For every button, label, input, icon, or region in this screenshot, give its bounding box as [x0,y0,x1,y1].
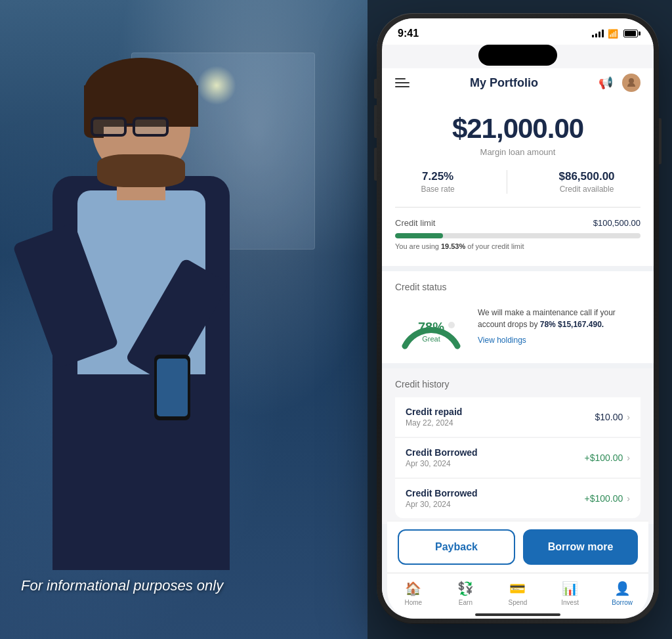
credit-status-content: 78% Great We will make a maintenance cal… [395,300,640,353]
disclaimer-text: For informational purposes only [13,572,231,600]
credit-limit-value: $100,500.00 [593,218,640,228]
history-title-2: Credit Borrowed [406,488,478,498]
loan-amount: $21,000.00 [395,113,640,144]
tab-spend[interactable]: 💳 Spend [492,581,544,606]
phone-outer-shell: 9:41 📶 [377,13,659,624]
mute-button [374,79,377,99]
history-date-2: Apr 30, 2024 [406,500,478,509]
gauge-label: Great [418,335,444,343]
portfolio-card: $21,000.00 Margin loan amount 7.25% Base… [382,100,654,266]
status-bar: 9:41 📶 [382,18,654,45]
volume-down-button [374,148,377,181]
history-item-info-0: Credit repaid May 22, 2024 [406,407,462,428]
credit-available-stat: $86,500.00 Credit available [558,170,614,194]
history-amount-2: +$100.00 [585,493,623,504]
credit-status-description: We will make a maintenance call if your … [478,307,640,346]
base-rate-stat: 7.25% Base rate [421,170,454,194]
earn-icon: 💱 [457,581,474,596]
payback-button[interactable]: Payback [398,529,515,565]
credit-limit-header: Credit limit $100,500.00 [395,218,640,228]
status-time: 9:41 [398,28,419,39]
home-indicator [475,613,560,616]
app-header: My Portfolio 📢 [382,68,654,100]
credit-limit-section: Credit limit $100,500.00 You are using 1… [395,218,640,250]
history-amount-1: +$100.00 [585,452,623,463]
history-item-0[interactable]: Credit repaid May 22, 2024 $10.00 › [395,397,640,437]
bottom-tab-bar: 🏠 Home 💱 Earn 💳 Spend 📊 Invest 👤 [387,573,648,619]
menu-button[interactable] [395,78,410,87]
view-holdings-link[interactable]: View holdings [478,334,640,346]
history-item-1[interactable]: Credit Borrowed Apr 30, 2024 +$100.00 › [395,438,640,477]
credit-limit-label: Credit limit [395,218,435,228]
base-rate-label: Base rate [421,185,454,194]
home-icon: 🏠 [405,581,421,596]
base-rate-value: 7.25% [421,170,454,183]
phone-screen: 9:41 📶 [382,18,654,619]
credit-gauge: 78% Great [395,300,467,353]
svg-point-1 [448,322,455,328]
dynamic-island [478,45,557,66]
history-item-2[interactable]: Credit Borrowed Apr 30, 2024 +$100.00 › [395,479,640,518]
phone-device: 9:41 📶 [377,13,659,624]
credit-progress-fill [395,233,443,238]
invest-label: Invest [561,599,579,606]
gauge-center: 78% Great [418,320,444,343]
svg-point-0 [629,78,634,83]
header-title: My Portfolio [470,76,538,90]
history-item-info-1: Credit Borrowed Apr 30, 2024 [406,447,478,468]
chevron-icon-0: › [627,412,630,422]
usage-percent-bold: 19.53% [441,242,465,250]
spend-label: Spend [509,599,528,606]
history-item-right-2: +$100.00 › [585,493,630,504]
notification-icon[interactable]: 📢 [598,76,613,90]
spend-icon: 💳 [509,581,526,596]
borrow-icon: 👤 [614,581,631,596]
tab-invest[interactable]: 📊 Invest [544,581,597,606]
credit-available-label: Credit available [558,185,614,194]
tab-borrow[interactable]: 👤 Borrow [596,581,648,606]
credit-available-value: $86,500.00 [558,170,614,183]
credit-usage-text: You are using 19.53% of your credit limi… [395,242,640,250]
profile-avatar[interactable] [622,74,640,92]
home-label: Home [404,599,422,606]
history-item-info-2: Credit Borrowed Apr 30, 2024 [406,488,478,509]
volume-up-button [374,105,377,138]
stats-row: 7.25% Base rate $86,500.00 Credit availa… [395,170,640,194]
borrow-label: Borrow [612,599,633,606]
maintenance-amount: 78% $15,167.490. [540,320,604,329]
chevron-icon-1: › [627,452,630,463]
history-item-right-1: +$100.00 › [585,452,630,463]
battery-icon [623,30,638,37]
power-button [659,118,662,164]
history-title-0: Credit repaid [406,407,462,417]
credit-history-title: Credit history [395,379,640,389]
history-date-0: May 22, 2024 [406,418,462,428]
credit-progress-bar [395,233,640,238]
background-photo: For informational purposes only [0,0,368,639]
borrow-more-button[interactable]: Borrow more [523,529,638,565]
header-icons: 📢 [598,74,640,92]
credit-status-card: Credit status [382,271,654,363]
credit-history-section: Credit history Credit repaid May 22, 202… [382,368,654,524]
history-title-1: Credit Borrowed [406,447,478,458]
status-icons: 📶 [592,29,638,39]
wifi-icon: 📶 [608,29,618,39]
stats-divider [507,170,507,194]
card-divider [395,207,640,208]
history-date-1: Apr 30, 2024 [406,459,478,468]
history-item-right-0: $10.00 › [595,412,631,422]
gauge-percent: 78% [418,320,444,335]
tab-home[interactable]: 🏠 Home [387,581,440,606]
earn-label: Earn [459,599,472,606]
signal-bars-icon [592,30,604,37]
history-amount-0: $10.00 [595,412,623,422]
action-buttons: Payback Borrow more [387,521,648,573]
invest-icon: 📊 [562,581,578,596]
tab-earn[interactable]: 💱 Earn [440,581,492,606]
loan-amount-label: Margin loan amount [395,147,640,157]
credit-status-title: Credit status [395,282,640,292]
chevron-icon-2: › [627,493,630,504]
